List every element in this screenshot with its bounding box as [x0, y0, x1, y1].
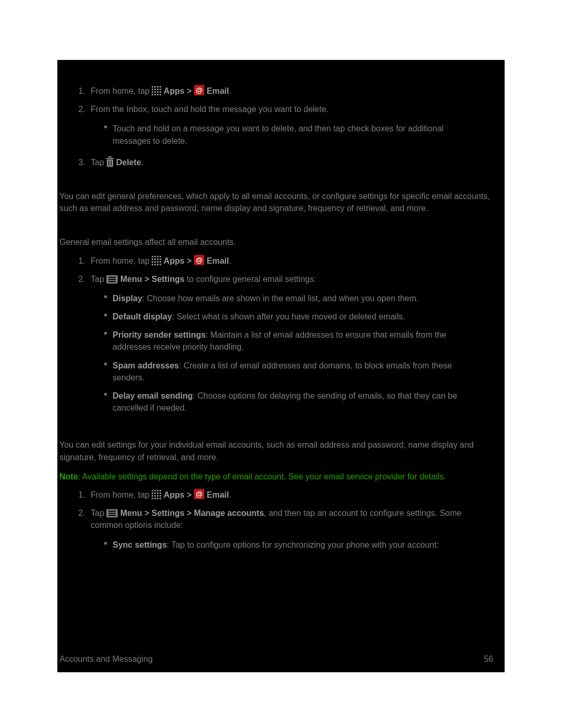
- text: Tap: [91, 509, 106, 517]
- svg-rect-30: [160, 258, 161, 260]
- note-text: : Available settings depend on the type …: [78, 472, 446, 481]
- text: From the Inbox, touch and hold the messa…: [91, 105, 328, 114]
- text: From home, tap: [91, 87, 152, 95]
- apps-grid-icon: [152, 256, 161, 265]
- svg-rect-52: [160, 492, 161, 494]
- text: : Select what is shown after you have mo…: [172, 312, 405, 321]
- svg-rect-22: [111, 161, 112, 166]
- label: Default display: [113, 312, 172, 321]
- email-label: Email: [207, 256, 229, 265]
- step-1: From home, tap Apps > @ Email.: [88, 486, 505, 504]
- svg-rect-56: [160, 495, 161, 497]
- svg-text:@: @: [195, 490, 203, 498]
- account-bullets: Sync settings: Tap to configure options …: [91, 536, 489, 554]
- steps-general-settings: From home, tap Apps > @ Email. Tap Menu …: [57, 252, 505, 421]
- paragraph-account-settings: You can edit settings for your individua…: [57, 431, 505, 466]
- text: .: [229, 256, 231, 265]
- step-2: From the Inbox, touch and hold the messa…: [88, 100, 505, 153]
- svg-text:@: @: [195, 86, 203, 94]
- svg-rect-18: [108, 156, 112, 157]
- svg-rect-8: [152, 91, 153, 93]
- footer-section-title: Accounts and Messaging: [59, 653, 153, 665]
- apps-label: Apps >: [164, 256, 194, 265]
- svg-rect-66: [108, 515, 116, 516]
- svg-rect-64: [108, 511, 116, 512]
- text: to configure general email settings:: [185, 275, 316, 283]
- svg-rect-31: [152, 261, 153, 263]
- steps-account-settings: From home, tap Apps > @ Email. Tap Menu …: [57, 486, 505, 557]
- delete-label: Delete: [116, 158, 141, 167]
- svg-rect-43: [108, 279, 116, 280]
- svg-rect-26: [160, 256, 161, 257]
- svg-rect-27: [152, 258, 153, 260]
- text: .: [229, 87, 231, 95]
- email-at-icon: @: [194, 85, 204, 95]
- svg-rect-36: [154, 264, 156, 265]
- text: Tap: [91, 158, 106, 167]
- svg-rect-24: [154, 256, 156, 257]
- substep: Touch and hold on a message you want to …: [104, 119, 489, 150]
- bullet-priority-sender: Priority sender settings: Maintain a lis…: [104, 326, 489, 356]
- svg-rect-1: [154, 86, 156, 88]
- svg-text:@: @: [195, 256, 203, 264]
- email-label: Email: [207, 87, 229, 95]
- apps-grid-icon: [152, 86, 161, 95]
- page-content: From home, tap Apps > @ Email. From the …: [57, 60, 505, 672]
- bullet-display: Display: Choose how emails are shown in …: [104, 289, 489, 307]
- svg-rect-37: [157, 264, 158, 265]
- text: Touch and hold on a message you want to …: [113, 124, 444, 145]
- svg-rect-28: [154, 258, 156, 260]
- svg-rect-7: [160, 89, 161, 90]
- svg-rect-65: [108, 513, 116, 514]
- apps-grid-icon: [152, 490, 161, 499]
- svg-rect-51: [157, 492, 158, 494]
- svg-rect-11: [160, 91, 161, 93]
- svg-rect-2: [157, 86, 158, 88]
- apps-label: Apps >: [164, 490, 194, 499]
- svg-rect-60: [160, 498, 161, 499]
- menu-path-label: Menu > Settings > Manage accounts: [120, 509, 264, 517]
- label: Spam addresses: [113, 361, 179, 370]
- email-at-icon: @: [194, 255, 204, 265]
- svg-rect-57: [152, 498, 153, 499]
- text: : Choose how emails are shown in the ema…: [142, 294, 419, 303]
- bullet-sync-settings: Sync settings: Tap to configure options …: [104, 536, 489, 554]
- step-1: From home, tap Apps > @ Email.: [88, 252, 505, 270]
- bullet-spam-addresses: Spam addresses: Create a list of email a…: [104, 356, 489, 387]
- svg-rect-54: [154, 495, 156, 497]
- svg-rect-59: [157, 498, 158, 499]
- svg-rect-50: [154, 492, 156, 494]
- svg-rect-5: [154, 89, 156, 90]
- svg-rect-14: [157, 94, 158, 95]
- bullet-default-display: Default display: Select what is shown af…: [104, 307, 489, 326]
- svg-rect-3: [160, 86, 161, 88]
- label: Delay email sending: [113, 391, 193, 400]
- svg-rect-47: [157, 490, 158, 491]
- text: .: [141, 158, 143, 167]
- note-callout: Note: Available settings depend on the t…: [57, 466, 505, 486]
- text: : Tap to configure options for synchroni…: [167, 540, 439, 549]
- svg-rect-19: [106, 158, 114, 159]
- svg-rect-29: [157, 258, 158, 260]
- steps-delete-messages: From home, tap Apps > @ Email. From the …: [57, 82, 505, 171]
- svg-rect-33: [157, 261, 158, 263]
- apps-label: Apps >: [164, 87, 194, 95]
- svg-rect-0: [152, 86, 153, 88]
- paragraph-email-settings-intro: You can edit general preferences, which …: [57, 183, 505, 217]
- text: From home, tap: [91, 490, 152, 499]
- svg-rect-58: [154, 498, 156, 499]
- trash-icon: [106, 156, 114, 167]
- menu-hamburger-icon: [106, 275, 118, 283]
- step-2: Tap Menu > Settings > Manage accounts, a…: [88, 504, 505, 557]
- svg-rect-25: [157, 256, 158, 257]
- note-label: Note: [59, 472, 78, 481]
- svg-rect-4: [152, 89, 153, 90]
- svg-rect-55: [157, 495, 158, 497]
- substeps: Touch and hold on a message you want to …: [91, 119, 489, 150]
- text: From home, tap: [91, 256, 152, 265]
- text: .: [229, 490, 231, 499]
- bullet-delay-sending: Delay email sending: Choose options for …: [104, 387, 489, 417]
- step-1: From home, tap Apps > @ Email.: [88, 82, 505, 100]
- svg-rect-12: [152, 94, 153, 95]
- paragraph-general-settings: General email settings affect all email …: [57, 229, 505, 251]
